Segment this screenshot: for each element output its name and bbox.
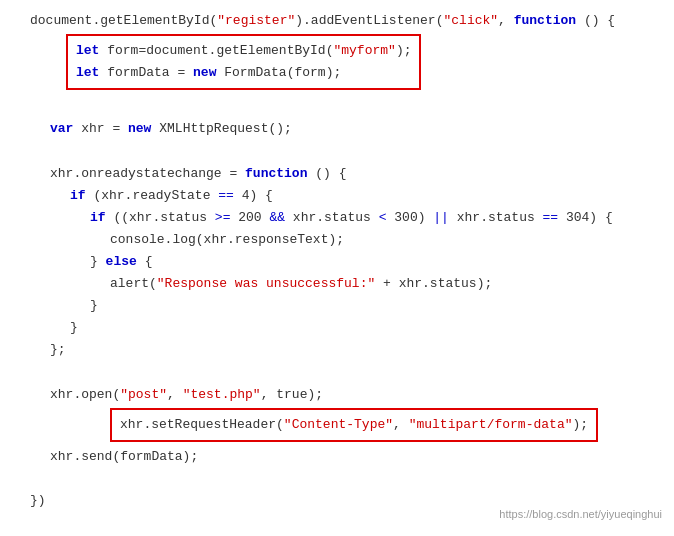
code-block: document.getElementById("register").addE… xyxy=(0,0,674,536)
code-line-if1: if (xhr.readyState == 4) { xyxy=(70,185,664,207)
code-line-send: xhr.send(formData); xyxy=(50,446,664,468)
code-line-close2: } xyxy=(70,317,664,339)
code-line-1: document.getElementById("register").addE… xyxy=(30,10,664,32)
highlight-box-1: let form=document.getElementById("myform… xyxy=(66,34,421,90)
code-line-form: let form=document.getElementById("myform… xyxy=(76,40,411,62)
code-line-console: console.log(xhr.responseText); xyxy=(110,229,664,251)
code-line-else: } else { xyxy=(90,251,664,273)
code-line-setrequestheader: xhr.setRequestHeader("Content-Type", "mu… xyxy=(120,414,588,436)
code-line-semi: }; xyxy=(50,339,664,361)
code-line-xhr: var xhr = new XMLHttpRequest(); xyxy=(50,118,664,140)
blank-line-1 xyxy=(30,96,664,118)
blank-line-3 xyxy=(30,361,664,383)
code-line-if2: if ((xhr.status >= 200 && xhr.status < 3… xyxy=(90,207,664,229)
code-line-formdata: let formData = new FormData(form); xyxy=(76,62,411,84)
highlight-box-2: xhr.setRequestHeader("Content-Type", "mu… xyxy=(110,408,598,442)
code-line-close3: } xyxy=(90,295,664,317)
code-line-onready: xhr.onreadystatechange = function () { xyxy=(50,163,664,185)
blank-line-2 xyxy=(30,140,664,162)
watermark: https://blog.csdn.net/yiyueqinghui xyxy=(499,505,662,524)
code-line-alert: alert("Response was unsuccessful:" + xhr… xyxy=(110,273,664,295)
code-line-open: xhr.open("post", "test.php", true); xyxy=(50,384,664,406)
blank-line-4 xyxy=(30,468,664,490)
